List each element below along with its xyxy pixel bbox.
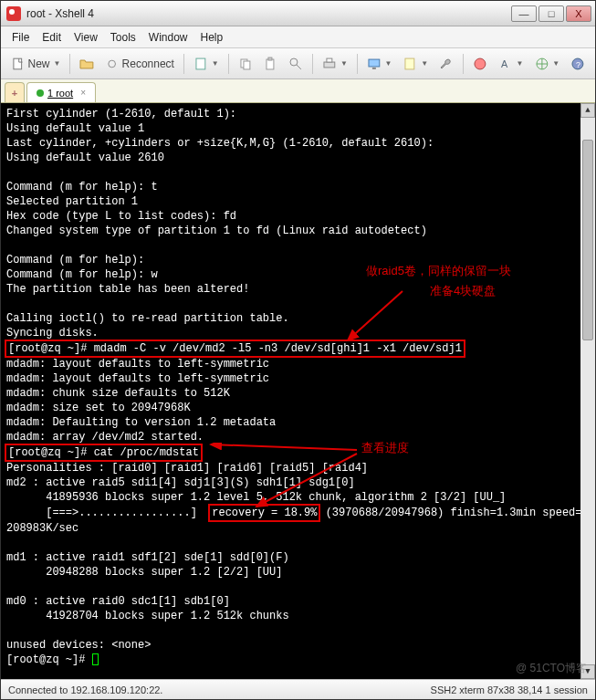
address-button[interactable]: ▼ bbox=[189, 53, 224, 75]
color-button[interactable] bbox=[468, 53, 492, 75]
scroll-thumb[interactable] bbox=[582, 140, 593, 340]
encoding-button[interactable]: ▼ bbox=[530, 53, 565, 75]
svg-rect-9 bbox=[369, 59, 380, 67]
scrollbar[interactable]: ▲ ▼ bbox=[580, 103, 595, 679]
svg-line-17 bbox=[348, 291, 403, 340]
svg-rect-8 bbox=[327, 58, 332, 62]
annotation-progress: 查看进度 bbox=[361, 441, 409, 455]
svg-rect-5 bbox=[268, 57, 272, 60]
annotation-disks: 准备4块硬盘 bbox=[430, 284, 496, 298]
status-session: SSH2 xterm 87x38 38,14 1 session bbox=[431, 684, 588, 695]
menu-edit[interactable]: Edit bbox=[42, 31, 61, 44]
svg-rect-7 bbox=[324, 62, 335, 68]
terminal-cursor bbox=[92, 653, 99, 665]
svg-rect-3 bbox=[244, 61, 250, 69]
copy-button[interactable] bbox=[234, 53, 257, 75]
terminal[interactable]: First cylinder (1-2610, default 1): Usin… bbox=[1, 103, 595, 679]
font-icon: A bbox=[498, 57, 513, 71]
app-icon bbox=[6, 6, 21, 21]
book-icon bbox=[193, 57, 208, 71]
add-tab-button[interactable]: + bbox=[5, 82, 25, 102]
tab-label: 1 root bbox=[47, 88, 73, 99]
menu-view[interactable]: View bbox=[74, 31, 98, 44]
globe-icon bbox=[535, 57, 549, 71]
watermark: @ 51CTO博客 bbox=[516, 661, 587, 676]
link-icon bbox=[105, 57, 119, 71]
svg-point-12 bbox=[475, 58, 486, 69]
highlight-mdadm-command: [root@zq ~]# mdadm -C -v /dev/md2 -l5 -n… bbox=[5, 340, 465, 358]
find-button[interactable] bbox=[284, 53, 308, 75]
close-button[interactable]: X bbox=[566, 5, 591, 22]
tools-button[interactable] bbox=[434, 53, 458, 75]
highlight-recovery: recovery = 18.9% bbox=[208, 504, 320, 522]
highlight-cat-command: [root@zq ~]# cat /proc/mdstat bbox=[5, 444, 203, 462]
svg-rect-10 bbox=[372, 67, 376, 68]
script-button[interactable]: ▼ bbox=[398, 53, 433, 75]
new-button[interactable]: New ▼ bbox=[6, 53, 65, 75]
titlebar: root - Xshell 4 — □ X bbox=[1, 1, 595, 26]
menu-file[interactable]: File bbox=[12, 31, 29, 44]
menu-help[interactable]: Help bbox=[201, 31, 224, 44]
help-icon: ? bbox=[570, 57, 585, 71]
print-button[interactable]: ▼ bbox=[318, 53, 352, 75]
monitor-icon bbox=[367, 57, 382, 71]
svg-line-18 bbox=[211, 444, 357, 450]
svg-text:A: A bbox=[501, 57, 508, 68]
session-button[interactable]: ▼ bbox=[362, 53, 397, 75]
svg-text:?: ? bbox=[576, 59, 580, 68]
font-button[interactable]: A▼ bbox=[494, 53, 528, 75]
status-connection: Connected to 192.168.109.120:22. bbox=[8, 684, 162, 695]
annotation-raid5: 做raid5卷，同样的保留一块 bbox=[366, 264, 511, 278]
svg-rect-4 bbox=[267, 59, 274, 69]
scroll-up-icon[interactable]: ▲ bbox=[580, 103, 595, 118]
reconnect-button[interactable]: Reconnect bbox=[100, 53, 179, 75]
menubar: File Edit View Tools Window Help bbox=[1, 26, 595, 48]
scroll-icon bbox=[403, 57, 417, 71]
svg-rect-1 bbox=[196, 58, 205, 69]
reconnect-label: Reconnect bbox=[122, 57, 174, 70]
chevron-down-icon: ▼ bbox=[54, 59, 61, 68]
help-button[interactable]: ? bbox=[566, 53, 590, 75]
svg-rect-11 bbox=[405, 58, 414, 69]
palette-icon bbox=[473, 57, 487, 71]
wrench-icon bbox=[439, 57, 454, 71]
tabbar: + 1 root × bbox=[1, 79, 595, 103]
maximize-button[interactable]: □ bbox=[538, 5, 564, 22]
toolbar: New ▼ Reconnect ▼ ▼ ▼ ▼ A▼ ▼ ? bbox=[1, 48, 595, 79]
folder-icon bbox=[79, 57, 94, 71]
tab-root[interactable]: 1 root × bbox=[26, 82, 96, 102]
svg-point-6 bbox=[290, 58, 298, 66]
window-title: root - Xshell 4 bbox=[26, 7, 511, 20]
printer-icon bbox=[322, 57, 337, 71]
menu-window[interactable]: Window bbox=[149, 31, 188, 44]
search-icon bbox=[288, 57, 303, 71]
clipboard-icon bbox=[263, 57, 277, 71]
close-tab-icon[interactable]: × bbox=[80, 88, 86, 98]
new-label: New bbox=[28, 57, 50, 70]
paste-button[interactable] bbox=[258, 53, 282, 75]
menu-tools[interactable]: Tools bbox=[110, 31, 136, 44]
document-icon bbox=[11, 57, 26, 71]
svg-rect-0 bbox=[14, 58, 22, 69]
open-button[interactable] bbox=[75, 53, 99, 75]
statusbar: Connected to 192.168.109.120:22. SSH2 xt… bbox=[1, 679, 595, 699]
minimize-button[interactable]: — bbox=[511, 5, 537, 22]
status-dot-icon bbox=[37, 89, 44, 97]
copy-icon bbox=[238, 57, 253, 71]
